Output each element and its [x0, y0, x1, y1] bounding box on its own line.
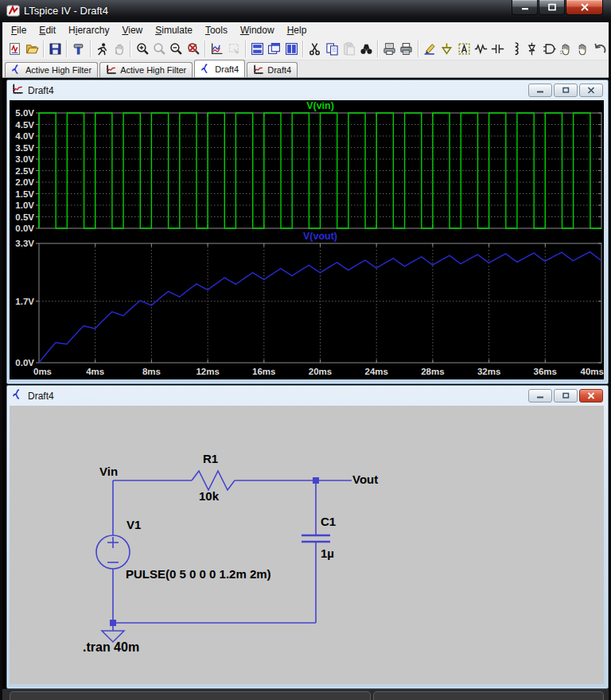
capacitor-button[interactable]	[489, 40, 506, 58]
find-icon	[360, 42, 373, 56]
paste-icon	[342, 42, 356, 56]
inductor-icon	[508, 42, 522, 56]
y-axis-label: 0.0V	[15, 224, 34, 233]
schematic-window-titlebar[interactable]: Draft4	[7, 386, 608, 406]
x-axis-label: 20ms	[309, 367, 332, 376]
wave-restore-button[interactable]	[554, 84, 578, 97]
trace-vin	[39, 113, 601, 228]
schematic-doc-icon	[200, 64, 212, 75]
y-axis-label: 4.0V	[15, 131, 34, 141]
resistor-name[interactable]: R1	[203, 452, 218, 465]
waveform-plot-area[interactable]: V(vin)5.0V4.5V4.0V3.5V3.0V2.5V2.0V1.5V1.…	[10, 100, 604, 379]
menu-file[interactable]: File	[5, 24, 33, 37]
open-button[interactable]	[23, 40, 40, 58]
undo-button[interactable]	[592, 40, 609, 58]
move-button[interactable]	[558, 40, 574, 58]
tile-vertical-button[interactable]	[283, 40, 300, 58]
net-label-vin[interactable]: Vin	[99, 465, 118, 478]
menu-help[interactable]: Help	[281, 24, 313, 37]
tile-horizontal-icon	[251, 42, 264, 56]
source-name[interactable]: V1	[126, 518, 141, 531]
paste-button[interactable]	[341, 40, 357, 58]
menu-tools[interactable]: Tools	[199, 24, 234, 37]
control-panel-button[interactable]	[70, 40, 87, 58]
collapsed-window-tab[interactable]	[373, 691, 604, 700]
main-titlebar[interactable]: LTspice IV - Draft4	[0, 0, 611, 22]
capacitor-value[interactable]: 1µ	[321, 546, 334, 560]
ground-button[interactable]	[438, 40, 455, 58]
control-panel-icon	[72, 42, 85, 56]
waveform-plot[interactable]: V(vin)5.0V4.5V4.0V3.5V3.0V2.5V2.0V1.5V1.…	[10, 100, 604, 379]
toolbar-separator	[66, 41, 68, 57]
tab-0-active-high-filter[interactable]: Active High Filter	[5, 62, 98, 77]
inductor-button[interactable]	[507, 40, 523, 58]
wire-button[interactable]	[422, 40, 438, 58]
schematic-canvas[interactable]: Vin R1 10k Vout V1 PULSE(0 5 0 0 0 1.2m …	[10, 406, 604, 684]
x-axis-label: 16ms	[252, 367, 275, 376]
minimize-button[interactable]	[512, 0, 538, 15]
zoom-back-button[interactable]	[151, 40, 168, 58]
schem-close-button[interactable]	[579, 389, 603, 402]
resistor-button[interactable]	[473, 40, 489, 58]
save-button[interactable]	[47, 40, 64, 58]
print-preview-button[interactable]	[381, 40, 398, 58]
x-axis-label: 8ms	[142, 367, 161, 376]
drag-button[interactable]	[574, 40, 591, 58]
capacitor-name[interactable]: C1	[321, 515, 336, 528]
waveform-window-titlebar[interactable]: Draft4	[7, 80, 608, 100]
trace-label-vin[interactable]: V(vin)	[306, 100, 334, 111]
mark-data-button[interactable]	[225, 40, 242, 58]
menu-edit[interactable]: Edit	[33, 24, 62, 37]
spice-directive[interactable]: .tran 40m	[83, 640, 139, 655]
find-button[interactable]	[357, 40, 374, 58]
trace-label-vout[interactable]: V(vout)	[303, 231, 337, 242]
y-axis-label: 3.3V	[15, 239, 34, 248]
wave-close-button[interactable]	[579, 84, 603, 97]
maximize-button[interactable]	[539, 0, 565, 15]
tab-label: Draft4	[215, 64, 239, 74]
close-button[interactable]	[566, 0, 603, 15]
print-icon	[399, 42, 413, 56]
tab-2-draft4[interactable]: Draft4	[194, 60, 245, 77]
cut-button[interactable]	[306, 40, 323, 58]
ground-icon	[440, 42, 453, 56]
wave-minimize-button[interactable]	[528, 84, 552, 97]
toolbar-separator	[90, 41, 91, 57]
resistor-value[interactable]: 10k	[199, 489, 219, 503]
menu-simulate[interactable]: Simulate	[149, 24, 199, 37]
cascade-button[interactable]	[266, 40, 282, 58]
tab-3-draft4[interactable]: Draft4	[247, 62, 298, 77]
run-button[interactable]	[94, 40, 111, 58]
x-axis-label: 28ms	[421, 367, 444, 376]
menu-hierarchy[interactable]: Hierarchy	[62, 24, 115, 37]
schem-minimize-button[interactable]	[528, 389, 552, 402]
collapsed-window-tab[interactable]	[10, 691, 371, 700]
autorange-button[interactable]	[208, 40, 225, 58]
tab-1-active-high-filter[interactable]: Active High Filter	[99, 62, 193, 77]
copy-button[interactable]	[324, 40, 341, 58]
toolbar-separator	[204, 41, 206, 57]
ltspice-logo-icon	[6, 5, 20, 17]
halt-button[interactable]	[111, 40, 127, 58]
diode-icon	[525, 42, 539, 56]
x-axis-label: 4ms	[86, 367, 104, 376]
source-value[interactable]: PULSE(0 5 0 0 0 1.2m 2m)	[126, 567, 271, 581]
x-axis-label: 0ms	[33, 367, 52, 376]
tile-horizontal-button[interactable]	[249, 40, 266, 58]
schem-restore-button[interactable]	[554, 389, 578, 402]
print-button[interactable]	[398, 40, 414, 58]
net-label-vout[interactable]: Vout	[352, 472, 378, 486]
diode-button[interactable]	[523, 40, 540, 58]
component-button[interactable]	[540, 40, 557, 58]
label-button[interactable]	[455, 40, 472, 58]
menu-window[interactable]: Window	[234, 24, 281, 37]
open-icon	[25, 42, 39, 56]
zoom-full-button[interactable]	[185, 40, 202, 58]
menu-view[interactable]: View	[115, 24, 149, 37]
zoom-out-button[interactable]	[168, 40, 185, 58]
x-axis-label: 40ms	[581, 367, 604, 376]
waveform-window: Draft4 V(vin)5.0V4.5V4.0V3.5V3.0V2.5V2.0…	[6, 80, 609, 384]
y-axis-label: 1.0V	[15, 200, 34, 210]
new-schematic-button[interactable]	[6, 40, 23, 58]
zoom-in-button[interactable]	[134, 40, 150, 58]
